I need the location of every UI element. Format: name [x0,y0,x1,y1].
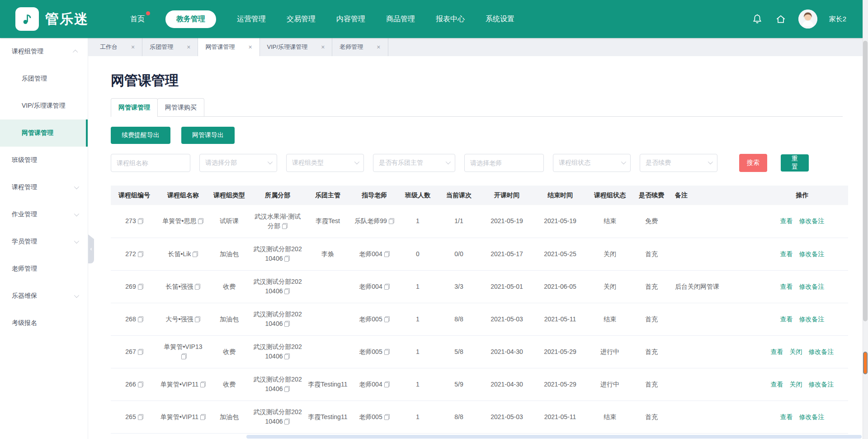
horizontal-scrollbar-thumb[interactable] [246,435,862,439]
filter-input-field[interactable] [464,154,544,172]
column-header: 课程组编号 [111,186,158,205]
filter-select-field[interactable]: 请选择分部 [199,154,277,172]
sidebar-item[interactable]: 乐器维保 [0,282,88,310]
avatar[interactable] [798,10,817,29]
sidebar-item[interactable]: 班级管理 [0,147,88,174]
action-link[interactable]: 查看 [780,283,793,290]
copy-icon[interactable] [384,251,390,257]
copy-icon[interactable] [198,218,203,224]
copy-icon[interactable] [284,386,290,392]
copy-icon[interactable] [389,218,394,224]
sidebar-item[interactable]: 考级报名 [0,310,88,337]
copy-icon[interactable] [284,353,290,359]
copy-icon[interactable] [195,284,200,290]
filter-select-field[interactable]: 是否有乐团主管 [373,154,455,172]
copy-icon[interactable] [200,382,206,387]
action-link[interactable]: 修改备注 [799,315,825,323]
close-icon[interactable]: × [377,43,380,51]
copy-icon[interactable] [282,223,288,229]
reset-button[interactable]: 重置 [781,154,809,172]
close-icon[interactable]: × [131,43,135,51]
nav-item[interactable]: 运营管理 [237,14,266,24]
action-link[interactable]: 修改备注 [809,348,834,355]
copy-icon[interactable] [138,284,143,290]
user-name[interactable]: 家长2 [829,15,846,24]
column-header: 当前课次 [437,186,481,205]
copy-icon[interactable] [284,419,290,425]
export-button[interactable]: 续费提醒导出 [111,127,170,144]
nav-item[interactable]: 报表中心 [436,14,465,24]
sidebar-item[interactable]: 作业管理 [0,201,88,228]
copy-icon[interactable] [138,218,143,224]
sidebar-subitem[interactable]: 乐团管理 [0,65,88,92]
action-link[interactable]: 查看 [771,348,783,355]
open-tab[interactable]: 网管课管理× [198,38,259,56]
action-link[interactable]: 关闭 [790,381,802,388]
copy-icon[interactable] [384,349,390,355]
export-button[interactable]: 网管课导出 [181,127,235,144]
action-link[interactable]: 查看 [780,315,793,323]
cell-actions: 查看修改备注 [756,270,848,303]
copy-icon[interactable] [384,414,390,420]
action-link[interactable]: 修改备注 [809,381,834,388]
open-tab[interactable]: 老师管理× [332,38,388,56]
close-icon[interactable]: × [321,43,325,51]
close-icon[interactable]: × [187,43,190,51]
nav-item[interactable]: 交易管理 [287,14,316,24]
open-tab[interactable]: VIP/乐理课管理× [260,38,333,56]
page-tab[interactable]: 网管课管理 [111,98,158,116]
search-button[interactable]: 搜索 [739,154,767,172]
action-link[interactable]: 查看 [780,217,793,224]
scrollbar-marker[interactable] [863,352,868,374]
open-tab[interactable]: 工作台× [93,38,142,56]
copy-icon[interactable] [138,414,143,420]
nav-item[interactable]: 教务管理 [165,10,216,28]
copy-icon[interactable] [384,382,390,387]
action-link[interactable]: 查看 [780,413,793,420]
sidebar-item[interactable]: 老师管理 [0,255,88,282]
sidebar-subitem[interactable]: VIP/乐理课管理 [0,92,88,119]
page-tab[interactable]: 网管课购买 [157,98,204,116]
action-link[interactable]: 修改备注 [799,250,825,258]
bell-icon[interactable] [751,13,763,25]
copy-icon[interactable] [284,288,290,294]
copy-icon[interactable] [195,316,200,322]
copy-icon[interactable] [138,382,143,387]
action-link[interactable]: 关闭 [790,348,802,355]
home-icon[interactable] [775,13,787,25]
filter-input-field[interactable] [111,154,190,172]
action-link[interactable]: 修改备注 [799,283,825,290]
sidebar-subitem[interactable]: 网管课管理 [0,119,88,147]
copy-icon[interactable] [138,251,143,257]
filter-select-field[interactable]: 是否续费 [640,154,717,172]
nav-item[interactable]: 内容管理 [336,14,365,24]
cell-branch: 武汉测试分部20210406 [250,303,305,335]
action-link[interactable]: 修改备注 [799,217,825,224]
filter-select-field[interactable]: 课程组状态 [553,154,631,172]
copy-icon[interactable] [138,349,143,355]
sidebar-item[interactable]: 学员管理 [0,228,88,255]
sidebar-collapse-handle[interactable]: ‹ [88,234,94,263]
action-link[interactable]: 查看 [780,250,793,258]
action-link[interactable]: 修改备注 [799,413,825,420]
vertical-scrollbar-thumb[interactable] [863,41,868,321]
nav-item[interactable]: 系统设置 [486,14,514,24]
filter-select-field[interactable]: 课程组类型 [286,154,364,172]
sidebar-item[interactable]: 课程管理 [0,174,88,201]
cell-id [111,433,158,439]
copy-icon[interactable] [200,414,206,420]
open-tab[interactable]: 乐团管理× [142,38,198,56]
copy-icon[interactable] [284,256,290,262]
copy-icon[interactable] [138,316,143,322]
copy-icon[interactable] [384,316,390,322]
nav-item[interactable]: 首页 [130,14,145,24]
column-header: 班级人数 [398,186,437,205]
copy-icon[interactable] [193,251,198,257]
copy-icon[interactable] [384,284,390,290]
action-link[interactable]: 查看 [771,381,783,388]
sidebar-item[interactable]: 课程组管理 [0,38,88,65]
nav-item[interactable]: 商品管理 [386,14,415,24]
copy-icon[interactable] [181,353,187,359]
copy-icon[interactable] [284,321,290,327]
close-icon[interactable]: × [248,43,252,51]
